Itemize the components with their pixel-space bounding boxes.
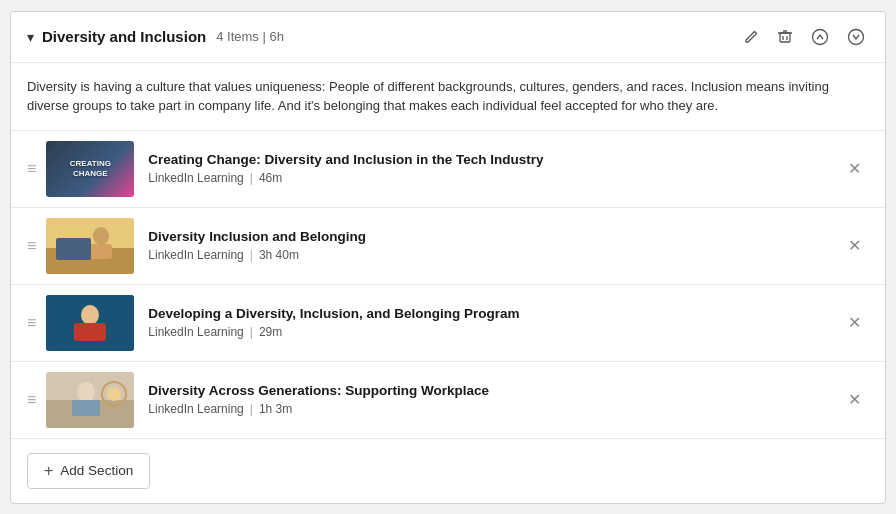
svg-point-6 (849, 29, 864, 44)
delete-button[interactable] (773, 25, 797, 49)
drag-handle-icon[interactable]: ≡ (27, 237, 36, 255)
course-title: Developing a Diversity, Inclusion, and B… (148, 306, 830, 321)
course-list: ≡ CREATINGCHANGE Creating Change: Divers… (11, 131, 885, 439)
svg-point-9 (93, 227, 109, 245)
course-subtitle: LinkedIn Learning | 29m (148, 325, 830, 339)
svg-point-20 (107, 387, 121, 401)
course-thumbnail (46, 295, 134, 351)
course-info: Diversity Across Generations: Supporting… (148, 383, 830, 416)
course-source: LinkedIn Learning (148, 402, 243, 416)
section-description: Diversity is having a culture that value… (11, 63, 885, 131)
add-section-area: + Add Section (11, 439, 885, 503)
chevron-down-circle-icon (847, 28, 865, 46)
course-info: Diversity Inclusion and Belonging Linked… (148, 229, 830, 262)
thumbnail-image (46, 295, 134, 351)
course-title: Diversity Inclusion and Belonging (148, 229, 830, 244)
svg-rect-14 (74, 323, 106, 341)
svg-rect-0 (780, 33, 790, 42)
course-subtitle: LinkedIn Learning | 1h 3m (148, 402, 830, 416)
divider: | (250, 171, 253, 185)
course-thumbnail: CREATINGCHANGE (46, 141, 134, 197)
move-down-button[interactable] (843, 24, 869, 50)
course-item: ≡ Diversity Across Generations: Supporti… (11, 362, 885, 439)
course-item: ≡ CREATINGCHANGE Creating Change: Divers… (11, 131, 885, 208)
trash-icon (777, 29, 793, 45)
thumbnail-image (46, 372, 134, 428)
collapse-chevron-icon[interactable]: ▾ (27, 29, 34, 45)
course-source: LinkedIn Learning (148, 325, 243, 339)
svg-rect-10 (90, 244, 112, 259)
course-duration: 3h 40m (259, 248, 299, 262)
course-info: Creating Change: Diversity and Inclusion… (148, 152, 830, 185)
course-thumbnail (46, 218, 134, 274)
header-actions (739, 24, 869, 50)
section-title: Diversity and Inclusion (42, 28, 206, 45)
chevron-up-circle-icon (811, 28, 829, 46)
remove-course-button[interactable]: ✕ (840, 155, 869, 182)
drag-handle-icon[interactable]: ≡ (27, 314, 36, 332)
drag-handle-icon[interactable]: ≡ (27, 160, 36, 178)
course-item: ≡ Developing a Diversity, Inclusion, and… (11, 285, 885, 362)
plus-icon: + (44, 462, 53, 480)
remove-course-button[interactable]: ✕ (840, 386, 869, 413)
svg-point-5 (813, 29, 828, 44)
edit-button[interactable] (739, 25, 763, 49)
course-title: Creating Change: Diversity and Inclusion… (148, 152, 830, 167)
divider: | (250, 402, 253, 416)
course-subtitle: LinkedIn Learning | 3h 40m (148, 248, 830, 262)
drag-handle-icon[interactable]: ≡ (27, 391, 36, 409)
learning-path-section: ▾ Diversity and Inclusion 4 Items | 6h (10, 11, 886, 504)
move-up-button[interactable] (807, 24, 833, 50)
section-header: ▾ Diversity and Inclusion 4 Items | 6h (11, 12, 885, 63)
svg-point-13 (81, 305, 99, 325)
course-duration: 1h 3m (259, 402, 292, 416)
course-info: Developing a Diversity, Inclusion, and B… (148, 306, 830, 339)
section-meta: 4 Items | 6h (216, 29, 284, 44)
divider: | (250, 248, 253, 262)
course-duration: 46m (259, 171, 282, 185)
svg-rect-11 (56, 238, 91, 260)
add-section-button[interactable]: + Add Section (27, 453, 150, 489)
add-section-label: Add Section (60, 463, 133, 478)
divider: | (250, 325, 253, 339)
thumbnail-image (46, 218, 134, 274)
course-duration: 29m (259, 325, 282, 339)
course-source: LinkedIn Learning (148, 171, 243, 185)
course-item: ≡ Diversity Inclusion and Belonging Link… (11, 208, 885, 285)
course-source: LinkedIn Learning (148, 248, 243, 262)
remove-course-button[interactable]: ✕ (840, 232, 869, 259)
svg-rect-18 (72, 400, 100, 416)
edit-icon (743, 29, 759, 45)
course-title: Diversity Across Generations: Supporting… (148, 383, 830, 398)
course-thumbnail (46, 372, 134, 428)
course-subtitle: LinkedIn Learning | 46m (148, 171, 830, 185)
remove-course-button[interactable]: ✕ (840, 309, 869, 336)
svg-point-17 (77, 382, 95, 402)
